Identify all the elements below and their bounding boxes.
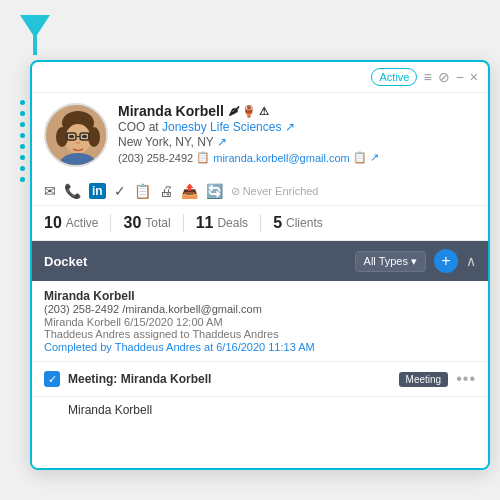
active-badge: Active — [371, 68, 417, 86]
top-bar: Active ≡ ⊘ − × — [32, 62, 488, 93]
email-action-icon[interactable]: ✉ — [44, 183, 56, 199]
svg-rect-7 — [82, 135, 87, 138]
sync-icon[interactable]: 🔄 — [206, 183, 223, 199]
docket-header: Docket All Types ▾ + ∧ — [32, 241, 488, 281]
collapse-docket-button[interactable]: ∧ — [466, 253, 476, 269]
close-icon[interactable]: × — [470, 69, 478, 85]
contact-card: Active ≡ ⊘ − × — [30, 60, 490, 470]
profile-contact: (203) 258-2492 📋 miranda.korbell@gmail.c… — [118, 151, 476, 164]
block-icon[interactable]: ⊘ — [438, 69, 450, 85]
meeting-label: Meeting: Miranda Korbell — [68, 372, 391, 386]
profile-title: COO at Jonesby Life Sciences ↗ — [118, 120, 476, 134]
stat-active: 10 Active — [44, 214, 111, 232]
menu-icon[interactable]: ≡ — [423, 69, 431, 85]
docket-content: Miranda Korbell (203) 258-2492 /miranda.… — [32, 281, 488, 468]
docket-title: Docket — [44, 254, 87, 269]
all-types-filter[interactable]: All Types ▾ — [355, 251, 426, 272]
docket-bottom-name: Miranda Korbell — [32, 397, 488, 421]
left-decoration — [20, 100, 25, 450]
svg-point-5 — [88, 127, 100, 147]
minimize-icon[interactable]: − — [456, 69, 464, 85]
docket-entry-0: Miranda Korbell (203) 258-2492 /miranda.… — [32, 281, 488, 362]
share-icon[interactable]: 📤 — [181, 183, 198, 199]
meeting-options-button[interactable]: ••• — [456, 370, 476, 388]
add-docket-button[interactable]: + — [434, 249, 458, 273]
meeting-row[interactable]: ✓ Meeting: Miranda Korbell Meeting ••• — [32, 362, 488, 397]
company-link[interactable]: Jonesby Life Sciences — [162, 120, 281, 134]
svg-point-3 — [65, 124, 91, 154]
profile-name: Miranda Korbell 🌶 🏺 ⚠ — [118, 103, 476, 119]
note-icon[interactable]: 📋 — [134, 183, 151, 199]
checkmark-icon: ✓ — [48, 373, 57, 386]
docket-controls: All Types ▾ + ∧ — [355, 249, 476, 273]
svg-marker-0 — [20, 15, 50, 55]
meeting-checkbox[interactable]: ✓ — [44, 371, 60, 387]
meeting-type-badge: Meeting — [399, 372, 449, 387]
svg-point-4 — [56, 127, 68, 147]
funnel-icon — [15, 10, 55, 64]
print-icon[interactable]: 🖨 — [159, 183, 173, 199]
dropdown-arrow-icon: ▾ — [411, 255, 417, 268]
task-icon[interactable]: ✓ — [114, 183, 126, 199]
profile-location: New York, NY, NY ↗ — [118, 135, 476, 149]
phone-action-icon[interactable]: 📞 — [64, 183, 81, 199]
profile-section: Miranda Korbell 🌶 🏺 ⚠ COO at Jonesby Lif… — [32, 93, 488, 177]
stat-clients: 5 Clients — [273, 214, 335, 232]
stats-row: 10 Active 30 Total 11 Deals 5 Clients — [32, 206, 488, 241]
svg-rect-6 — [69, 135, 74, 138]
stat-deals: 11 Deals — [196, 214, 261, 232]
avatar — [44, 103, 108, 167]
profile-info: Miranda Korbell 🌶 🏺 ⚠ COO at Jonesby Lif… — [118, 103, 476, 167]
profile-name-icons: 🌶 🏺 ⚠ — [228, 105, 269, 118]
linkedin-icon[interactable]: in — [89, 183, 106, 199]
stat-total: 30 Total — [123, 214, 183, 232]
action-icons-bar: ✉ 📞 in ✓ 📋 🖨 📤 🔄 ⊘ Never Enriched — [32, 177, 488, 206]
enriched-status: ⊘ Never Enriched — [231, 185, 319, 198]
